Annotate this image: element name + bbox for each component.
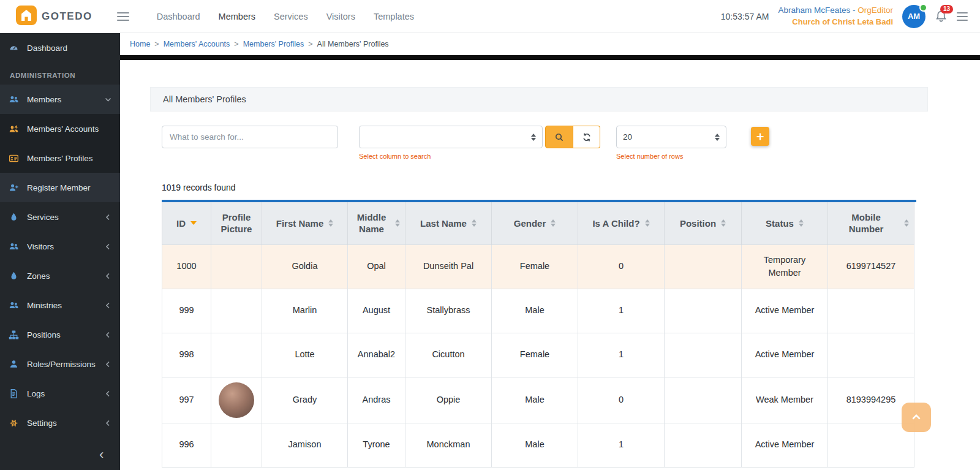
sidebar-item-members[interactable]: Members xyxy=(0,85,120,114)
column-label: Status xyxy=(766,218,794,230)
cell-profile-picture xyxy=(211,244,262,289)
sidebar-item-settings[interactable]: Settings xyxy=(0,408,120,438)
breadcrumb-separator: > xyxy=(234,40,238,48)
users-gear-icon xyxy=(9,124,19,134)
scroll-to-top-button[interactable] xyxy=(902,403,931,432)
cell-is-a-child: 0 xyxy=(578,244,665,289)
brand-logo-icon xyxy=(16,6,37,28)
search-input[interactable] xyxy=(162,126,338,148)
cell-position xyxy=(665,289,742,333)
cell-mobile-number xyxy=(828,423,914,467)
file-icon xyxy=(9,389,19,399)
table-row[interactable]: 1000GoldiaOpalDunseith PalFemale0Tempora… xyxy=(162,244,914,289)
cell-position xyxy=(665,333,742,377)
column-header-last-name[interactable]: Last Name xyxy=(405,202,492,244)
sidebar-item-logs[interactable]: Logs xyxy=(0,379,120,408)
user-menu-icon[interactable] xyxy=(957,12,968,21)
cell-last-name: Oppie xyxy=(405,377,492,423)
cell-status: Weak Member xyxy=(742,377,828,423)
cell-last-name: Stallybrass xyxy=(405,289,492,333)
card-header: All Members' Profiles xyxy=(150,87,928,112)
cell-gender: Female xyxy=(492,244,578,289)
sidebar-item-label: Dashboard xyxy=(27,44,111,53)
table-row[interactable]: 999MarlinAugustStallybrassMale1Active Me… xyxy=(162,289,914,333)
sidebar-item-label: Register Member xyxy=(27,183,111,192)
sidebar-item-label: Members' Accounts xyxy=(27,124,111,134)
cell-position xyxy=(665,244,742,289)
sidebar-toggle-icon[interactable] xyxy=(117,12,129,21)
sort-icon xyxy=(721,219,726,227)
cell-mobile-number xyxy=(828,289,914,333)
breadcrumb-item-members-profiles[interactable]: Members' Profiles xyxy=(243,40,304,48)
chevron-left-icon xyxy=(105,361,111,368)
user-info[interactable]: Abraham McFeates - OrgEditor Church of C… xyxy=(778,5,893,28)
online-status-dot xyxy=(919,4,927,12)
sort-icon xyxy=(645,219,650,227)
cell-profile-picture xyxy=(211,423,262,467)
cell-middle-name: Annabal2 xyxy=(348,333,405,377)
brand[interactable]: GOTEDO xyxy=(16,6,92,28)
sidebar-item-positions[interactable]: Positions xyxy=(0,320,120,349)
table-row[interactable]: 998LotteAnnabal2CicuttonFemale1Active Me… xyxy=(162,333,914,377)
sort-desc-icon xyxy=(190,221,197,225)
table-row[interactable]: 997GradyAndrasOppieMale0Weak Member81939… xyxy=(162,377,914,423)
nav-item-services[interactable]: Services xyxy=(265,12,317,21)
column-select[interactable] xyxy=(359,126,543,148)
column-label: Middle Name xyxy=(353,211,390,235)
column-header-id[interactable]: ID xyxy=(162,202,211,244)
column-header-gender[interactable]: Gender xyxy=(492,202,578,244)
sidebar-item-label: Ministries xyxy=(27,301,105,310)
cell-id: 1000 xyxy=(162,244,211,289)
sidebar-collapse-button[interactable]: ‹ xyxy=(0,442,120,470)
refresh-button[interactable] xyxy=(573,126,600,148)
column-header-middle-name[interactable]: Middle Name xyxy=(348,202,405,244)
nav-item-members[interactable]: Members xyxy=(209,12,265,21)
sidebar-item-visitors[interactable]: Visitors xyxy=(0,232,120,261)
column-label: Profile Picture xyxy=(216,211,257,235)
sidebar-item-roles-permissions[interactable]: Roles/Permissions xyxy=(0,349,120,379)
nav-item-dashboard[interactable]: Dashboard xyxy=(148,12,209,21)
column-header-is-a-child[interactable]: Is A Child? xyxy=(578,202,665,244)
cell-status: Active Member xyxy=(742,423,828,467)
column-header-position[interactable]: Position xyxy=(665,202,742,244)
table-row[interactable]: 996JamisonTyroneMonckmanMale1Active Memb… xyxy=(162,423,914,467)
sidebar-item-zones[interactable]: Zones xyxy=(0,261,120,290)
breadcrumb-item-members-accounts[interactable]: Members' Accounts xyxy=(164,40,230,48)
sort-icon xyxy=(395,219,400,227)
cell-mobile-number: 6199714527 xyxy=(828,244,914,289)
chevron-left-icon xyxy=(105,243,111,250)
sidebar-item-members-accounts[interactable]: Members' Accounts xyxy=(0,114,120,143)
cell-first-name: Jamison xyxy=(262,423,348,467)
sidebar-item-ministries[interactable]: Ministries xyxy=(0,290,120,320)
cell-position xyxy=(665,377,742,423)
breadcrumb-separator: > xyxy=(308,40,312,48)
cell-first-name: Goldia xyxy=(262,244,348,289)
select-arrows-icon xyxy=(531,134,536,141)
user-role: OrgEditor xyxy=(858,6,893,15)
user-icon xyxy=(9,359,19,370)
sidebar-item-members-profiles[interactable]: Members' Profiles xyxy=(0,143,120,173)
top-navbar: GOTEDO DashboardMembersServicesVisitorsT… xyxy=(0,0,980,33)
breadcrumb-item-home[interactable]: Home xyxy=(130,40,150,48)
sidebar: DashboardADMINISTRATIONMembersMembers' A… xyxy=(0,33,120,470)
notifications-bell-icon[interactable]: 13 xyxy=(935,10,948,25)
users-icon xyxy=(9,241,19,252)
sort-icon xyxy=(328,219,333,227)
column-header-mobile-number[interactable]: Mobile Number xyxy=(828,202,914,244)
nav-item-visitors[interactable]: Visitors xyxy=(317,12,364,21)
users-icon xyxy=(9,300,19,311)
sidebar-item-services[interactable]: Services xyxy=(0,202,120,232)
add-member-button[interactable] xyxy=(751,127,769,146)
avatar[interactable]: AM xyxy=(902,5,925,28)
column-label: Position xyxy=(680,218,716,230)
column-header-status[interactable]: Status xyxy=(742,202,828,244)
sort-icon xyxy=(551,219,556,227)
rows-select[interactable]: 20 xyxy=(616,126,726,148)
plus-icon xyxy=(755,132,765,142)
cell-last-name: Monckman xyxy=(405,423,492,467)
column-header-first-name[interactable]: First Name xyxy=(262,202,348,244)
sidebar-item-dashboard[interactable]: Dashboard xyxy=(0,33,120,63)
search-button[interactable] xyxy=(545,126,573,148)
sidebar-item-register-member[interactable]: Register Member xyxy=(0,173,120,202)
nav-item-templates[interactable]: Templates xyxy=(364,12,423,21)
